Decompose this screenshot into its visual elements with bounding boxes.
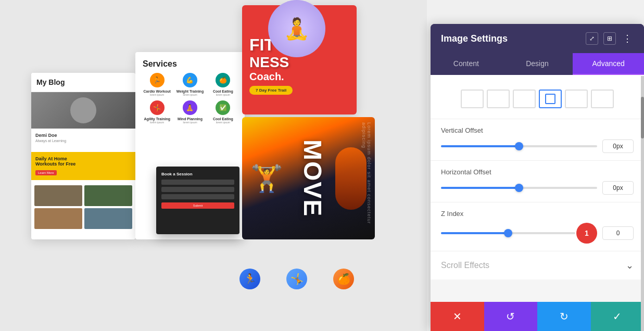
panel-expand-btn[interactable]: ⤢ [586,32,598,45]
service-name-1: Cardio Workout [143,90,171,93]
blog-grid-item-4 [84,208,132,229]
vertical-offset-thumb[interactable] [515,142,523,150]
blog-grid-item-2 [84,185,132,206]
align-box-indicator [545,94,555,104]
fitness-yoga-figure: 🧘 [268,0,325,57]
vertical-offset-fill [441,145,519,147]
blog-grid [31,182,135,232]
z-index-track[interactable] [441,232,575,234]
z-index-input[interactable] [602,226,634,240]
fitness-red-card: 🧘 FITNESS Coach. 7 Day Free Trail [242,5,357,114]
service-item-3: 🍊 Cool Eating lorem ipsum [209,73,237,96]
scroll-chevron-icon: ⌄ [626,260,634,271]
tab-content[interactable]: Content [431,53,502,75]
align-top-right[interactable] [513,90,536,108]
services-title: Services [135,52,245,73]
fitness-dark-content: 🏋️ MOVE [242,117,375,239]
form-field-2 [161,187,234,192]
form-field-3 [161,194,234,199]
fitness-dark-move-text: MOVE [298,139,327,217]
align-top-center[interactable] [487,90,510,108]
fitness-dark-card: 🏋️ MOVE Lorem ipsum dolor sit amet conse… [242,117,375,239]
panel-footer: ✕ ↺ ↻ ✓ [431,302,644,331]
redo-icon: ↻ [560,310,569,323]
service-item-4: 🤸 Agility Training lorem ipsum [143,100,171,124]
service-icon-3: 🍊 [216,73,230,87]
expand-icon: ⤢ [589,35,595,42]
blog-author-avatar [70,97,96,123]
align-middle-right[interactable] [591,90,614,108]
service-name-6: Cool Eating [209,117,237,121]
form-submit-btn: Submit [161,202,234,209]
vertical-offset-label: Vertical Offset [441,126,634,134]
vertical-offset-track[interactable] [441,145,597,147]
service-desc-4: lorem ipsum [143,121,171,124]
redo-button[interactable]: ↻ [537,302,591,331]
align-middle-left[interactable] [539,90,562,108]
blog-author-sub: Always at Learning [35,139,131,143]
vertical-offset-section: Vertical Offset [431,119,644,161]
blog-grid-item-3 [34,208,82,229]
vertical-offset-input[interactable] [602,139,634,153]
service-icon-2: 💪 [183,73,197,87]
panel-split-btn[interactable]: ⊞ [603,32,616,45]
horizontal-offset-label: Horizontal Offset [441,168,634,176]
service-name-5: Mind Planning [175,117,204,121]
panel-content: Vertical Offset Horizontal Offset [431,75,644,302]
service-item-6: ✅ Cool Eating lorem ipsum [209,100,237,124]
service-desc-3: lorem ipsum [209,93,237,96]
z-index-row: 1 [441,223,634,244]
panel-header-icons: ⤢ ⊞ ⋮ [586,32,634,45]
cancel-button[interactable]: ✕ [431,302,484,331]
fitness-trial-btn: 7 Day Free Trail [249,86,293,95]
horizontal-offset-section: Horizontal Offset [431,161,644,202]
horizontal-offset-thumb[interactable] [515,184,523,192]
horizontal-offset-input[interactable] [602,181,634,195]
panel-scrollbar-thumb[interactable] [641,97,644,138]
panel-scrollbar[interactable] [641,76,644,331]
split-icon: ⊞ [607,35,612,42]
form-card: Book a Session Submit [156,167,239,234]
blog-banner-btn: Learn More [35,170,57,175]
cancel-icon: ✕ [453,310,462,323]
panel-more-btn[interactable]: ⋮ [621,32,634,45]
fitness-coach-text: Coach. [249,71,349,83]
service-name-3: Cool Eating [209,90,237,93]
fitness-dark-figure: 🏋️ [250,163,283,194]
blog-hero-image [31,92,135,129]
service-icon-4: 🤸 [150,100,165,115]
alignment-boxes [441,83,634,110]
confirm-button[interactable]: ✓ [591,302,645,331]
settings-panel: Image Settings ⤢ ⊞ ⋮ Content Design Adva… [431,24,644,331]
blog-grid-item-1 [34,185,82,206]
z-index-section: Z Index 1 [431,202,644,251]
blog-author-name: Demi Doe [35,133,131,138]
align-middle-center[interactable] [565,90,588,108]
tab-advanced[interactable]: Advanced [573,53,644,75]
alignment-section [431,75,644,119]
horizontal-offset-track[interactable] [441,187,597,189]
bottom-icons-row: 🏃 🤸 🍊 [239,269,354,289]
service-desc-6: lorem ipsum [209,121,237,124]
blog-body: Demi Doe Always at Learning [31,129,135,150]
scroll-effects-section[interactable]: Scroll Effects ⌄ [431,251,644,279]
service-desc-5: lorem ipsum [175,121,204,124]
form-submit-label: Submit [193,204,203,207]
undo-icon: ↺ [506,310,515,323]
service-item-1: 🏃 Cardio Workout lorem ipsum [143,73,171,96]
tab-design[interactable]: Design [502,53,573,75]
bottom-icon-3: 🍊 [333,269,354,289]
bottom-icon-2: 🤸 [286,269,307,289]
z-index-thumb[interactable] [504,229,512,237]
z-index-label: Z Index [441,210,634,218]
align-top-left[interactable] [461,90,484,108]
blog-card-header: My Blog [31,73,135,92]
blog-card: My Blog Demi Doe Always at Learning Dail… [31,73,135,239]
panel-title: Image Settings [441,33,508,44]
blog-title: My Blog [36,78,130,86]
undo-button[interactable]: ↺ [484,302,538,331]
fitness-circle: 🧘 [268,0,325,57]
service-item-2: 💪 Weight Training lorem ipsum [175,73,204,96]
blog-banner: Daily At Home Workouts for Free Learn Mo… [31,152,135,180]
panel-header: Image Settings ⤢ ⊞ ⋮ [431,24,644,53]
